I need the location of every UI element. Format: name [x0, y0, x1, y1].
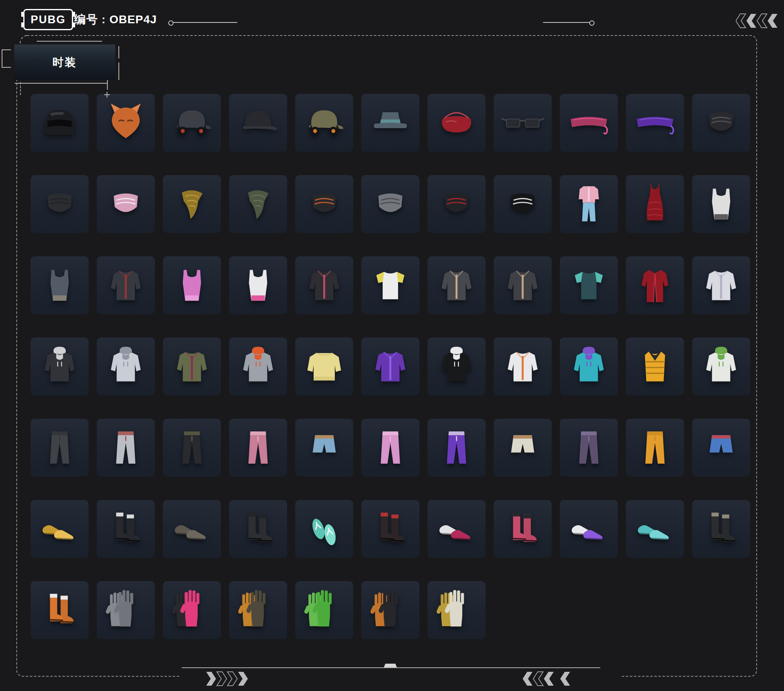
item-tile-fox-mask[interactable]: [97, 94, 155, 152]
item-tile-linen-belt-shorts[interactable]: [494, 419, 552, 477]
item-tile-graffiti-hooded-jacket[interactable]: [31, 338, 89, 395]
item-tile-orange-hightop-shoes[interactable]: [31, 581, 89, 639]
item-tile-white-moto-pants[interactable]: [97, 419, 155, 477]
item-tile-yellow-puffer-vest[interactable]: [626, 338, 684, 395]
chrome-skull-mask-icon: [366, 180, 414, 228]
item-tile-green-gloves[interactable]: [295, 581, 353, 639]
item-tile-black-faceted-cap[interactable]: [229, 94, 287, 152]
item-tile-red-slip-dress[interactable]: [626, 175, 684, 233]
pink-sequin-top-icon: [168, 261, 216, 309]
item-tile-silver-long-coat[interactable]: [97, 338, 155, 395]
item-tile-pink-moto-gloves[interactable]: [163, 581, 221, 639]
claw-slippers-icon: [168, 505, 216, 553]
item-tile-black-motorcycle-helmet[interactable]: [31, 94, 89, 152]
item-tile-white-tank-top[interactable]: [692, 175, 750, 233]
item-tile-grey-cap-with-headphones[interactable]: [163, 94, 221, 152]
item-tile-camo-tactical-gloves[interactable]: [229, 581, 287, 639]
item-tile-orange-track-pants[interactable]: [626, 419, 684, 477]
item-tile-pink-sequin-top[interactable]: [163, 256, 221, 314]
racing-gloves-icon: [366, 586, 414, 634]
purple-moto-pants-icon: [432, 424, 481, 472]
item-tile-teal-clogs[interactable]: [626, 500, 684, 558]
item-tile-tattoo-sleeve-tee[interactable]: [494, 256, 552, 314]
item-tile-pink-led-visor[interactable]: [560, 94, 618, 152]
item-tile-tropical-shirt[interactable]: [560, 256, 618, 314]
item-tile-red-sleep-mask[interactable]: [428, 94, 486, 152]
chevrons-left-icon[interactable]: [736, 13, 784, 28]
item-tile-studded-miramar-mask[interactable]: [692, 94, 750, 152]
item-tile-grey-track-jacket[interactable]: [229, 338, 287, 395]
item-tile-olive-cap-with-headset[interactable]: [295, 94, 353, 152]
pink-graphic-pants-icon: [366, 424, 414, 472]
item-tile-teal-flip-flops[interactable]: [295, 500, 353, 558]
item-tile-purple-moto-pants[interactable]: [428, 419, 486, 477]
item-tile-black-glasses[interactable]: [494, 94, 552, 152]
item-tile-pink-graphic-pants[interactable]: [361, 419, 419, 477]
item-tile-futuristic-sneakers[interactable]: [428, 500, 486, 558]
item-tile-moto-chaps[interactable]: [163, 419, 221, 477]
item-tile-purple-camo-pants[interactable]: [560, 419, 618, 477]
item-tile-claw-slippers[interactable]: [163, 500, 221, 558]
item-tile-black-hightop-sneakers[interactable]: [97, 500, 155, 558]
item-tile-gold-derby-shoes[interactable]: [31, 500, 89, 558]
item-tile-surf-shorts[interactable]: [692, 419, 750, 477]
item-tile-yellow-fuzzy-sweater[interactable]: [295, 338, 353, 395]
item-tile-shark-teeth-mask[interactable]: [494, 175, 552, 233]
item-tile-purple-visor-glasses[interactable]: [626, 94, 684, 152]
tall-leather-boots-icon: [697, 505, 745, 553]
surf-shorts-icon: [697, 424, 745, 472]
item-tile-black-cloth-mask[interactable]: [31, 175, 89, 233]
item-tile-iridescent-jacket[interactable]: [692, 256, 750, 314]
tab-fashion[interactable]: 时装: [14, 44, 115, 80]
teal-flip-flops-icon: [300, 505, 348, 553]
item-tile-cream-gloves[interactable]: [428, 581, 486, 639]
tab-cross-v: [107, 92, 107, 98]
graffiti-hooded-jacket-icon: [36, 342, 84, 391]
item-tile-grey-knit-gloves[interactable]: [97, 581, 155, 639]
camo-tactical-gloves-icon: [234, 586, 282, 634]
item-tile-tall-leather-boots[interactable]: [692, 500, 750, 558]
item-tile-purple-racing-jacket[interactable]: [361, 338, 419, 395]
item-tile-leaf-print-hoodie[interactable]: [692, 338, 750, 395]
moto-chaps-icon: [168, 424, 216, 472]
item-tile-pink-fang-mask[interactable]: [97, 175, 155, 233]
item-tile-aura-hoodie[interactable]: [428, 338, 486, 395]
item-tile-striped-punk-cardigan[interactable]: [295, 256, 353, 314]
black-motorcycle-helmet-icon: [36, 99, 84, 147]
item-tile-cat-ear-gradient-hoodie[interactable]: [560, 338, 618, 395]
item-tile-gold-sequin-bandana[interactable]: [163, 175, 221, 233]
camo-bandana-icon: [234, 180, 282, 228]
item-tile-camo-bandana[interactable]: [229, 175, 287, 233]
black-slouch-boots-icon: [234, 505, 282, 553]
item-tile-crimson-metallic-robe[interactable]: [626, 256, 684, 314]
item-tile-black-slouch-boots[interactable]: [229, 500, 287, 558]
item-tile-grey-utility-crop-top[interactable]: [31, 256, 89, 314]
item-tile-striped-sock-boots[interactable]: [494, 500, 552, 558]
item-tile-chrome-skull-mask[interactable]: [361, 175, 419, 233]
scrollbar-thumb[interactable]: [384, 664, 397, 667]
item-tile-tactical-white-jacket[interactable]: [494, 338, 552, 395]
item-tile-patch-military-jacket[interactable]: [97, 256, 155, 314]
denim-bucket-hat-icon: [366, 99, 414, 147]
item-tile-strap-half-mask[interactable]: [428, 175, 486, 233]
black-glasses-icon: [499, 99, 547, 147]
item-tile-racing-gloves[interactable]: [361, 581, 419, 639]
item-tile-olive-shrug-jacket[interactable]: [163, 338, 221, 395]
item-tile-tattoo-sleeve-shirt[interactable]: [428, 256, 486, 314]
olive-shrug-jacket-icon: [168, 342, 216, 391]
item-tile-purple-trim-sneakers[interactable]: [560, 500, 618, 558]
orange-hightop-shoes-icon: [36, 586, 84, 634]
item-tile-denim-suspender-shorts[interactable]: [295, 419, 353, 477]
scrollbar-track[interactable]: [182, 667, 600, 668]
item-tile-pink-plaid-pants[interactable]: [229, 419, 287, 477]
laced-combat-boots-icon: [366, 505, 414, 553]
item-tile-laced-combat-boots[interactable]: [361, 500, 419, 558]
tab-dashed-tick: [20, 82, 21, 95]
item-tile-black-mesh-mask[interactable]: [295, 175, 353, 233]
item-tile-denim-bucket-hat[interactable]: [361, 94, 419, 152]
item-tile-chick-raglan-tee[interactable]: [361, 256, 419, 314]
item-tile-pink-tracksuit[interactable]: [560, 175, 618, 233]
item-tile-sport-bra-and-belt[interactable]: [229, 256, 287, 314]
yellow-fuzzy-sweater-icon: [300, 342, 348, 391]
item-tile-grey-skinny-pants[interactable]: [31, 419, 89, 477]
